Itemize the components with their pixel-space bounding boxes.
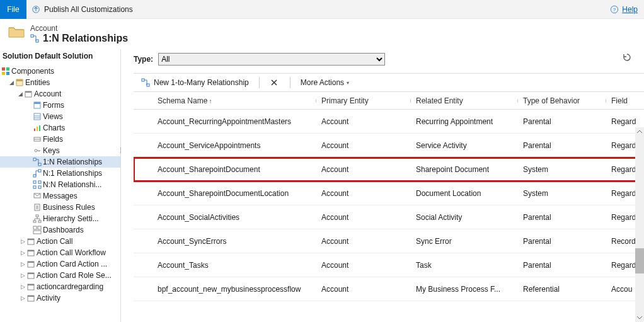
entity-icon (26, 248, 35, 257)
tree-node-sibling[interactable]: ▷actioncardregarding (0, 281, 120, 292)
cell-primary: Account (316, 165, 411, 174)
cell-primary: Account (316, 117, 411, 126)
cell-field: Regard (606, 117, 644, 126)
relationship-icon (141, 78, 150, 87)
table-row[interactable]: Account_SharepointDocumentLocationAccoun… (134, 181, 644, 205)
node-icon (33, 192, 42, 200)
table-row[interactable]: Account_RecurringAppointmentMastersAccou… (134, 110, 644, 134)
tree-node-account[interactable]: ◢ Account (0, 88, 120, 100)
svg-point-20 (35, 149, 37, 152)
svg-rect-31 (36, 215, 38, 217)
node-icon (33, 101, 42, 110)
tree-node-child[interactable]: N:1 Relationships (0, 168, 120, 179)
expand-icon[interactable]: ▷ (19, 238, 26, 244)
expand-icon[interactable]: ▷ (19, 272, 26, 279)
page-title: 1:N Relationships (30, 33, 128, 44)
cell-primary: Account (316, 141, 411, 150)
tree-node-sibling[interactable]: ▷Action Call Workflow (0, 247, 120, 258)
tree-node-sibling[interactable]: ▷Activity (0, 292, 120, 304)
collapse-icon[interactable]: ◢ (16, 91, 24, 97)
node-icon (33, 180, 42, 189)
tree-node-sibling[interactable]: ▷Action Card Action ... (0, 258, 120, 270)
tree-label: Views (43, 112, 63, 121)
table-row[interactable]: Account_SocialActivitiesAccountSocial Ac… (134, 205, 644, 229)
tree-node-entities[interactable]: ◢ Entities (0, 77, 120, 88)
tree-label: Business Rules (43, 203, 95, 212)
tree-node-child[interactable]: Business Rules (0, 202, 120, 213)
collapse-icon[interactable]: ◢ (8, 79, 15, 86)
tree-node-sibling[interactable]: ▷Action Card Role Se... (0, 270, 120, 281)
help-link[interactable]: ? Help (610, 5, 638, 14)
svg-rect-21 (33, 158, 36, 161)
table-row[interactable]: Account_SharepointDocumentAccountSharepo… (134, 158, 644, 181)
type-select[interactable]: All (158, 53, 385, 66)
cell-behavior: Parental (518, 141, 606, 150)
grid-toolbar: New 1-to-Many Relationship More Actions … (134, 73, 644, 92)
col-schema[interactable]: Schema Name↑ (152, 96, 316, 105)
tree-node-child[interactable]: Views (0, 111, 120, 122)
svg-rect-27 (33, 186, 36, 188)
scrollbar-track[interactable] (635, 127, 644, 322)
tree-label: 1:N Relationships (43, 158, 102, 166)
file-menu-button[interactable]: File (0, 0, 26, 19)
cell-related: Document Location (411, 189, 518, 198)
cell-primary: Account (316, 189, 411, 198)
svg-rect-22 (38, 163, 41, 166)
svg-rect-6 (6, 67, 9, 71)
svg-rect-4 (36, 40, 38, 42)
grid-body: Account_RecurringAppointmentMastersAccou… (134, 110, 644, 322)
table-row[interactable]: Account_SyncErrorsAccountSync ErrorParen… (134, 229, 644, 253)
tree-label: Components (11, 67, 54, 76)
delete-button[interactable] (266, 77, 284, 88)
cell-related: My Business Process F... (411, 285, 518, 294)
tree-node-child[interactable]: Forms (0, 100, 120, 111)
col-related[interactable]: Related Entity (411, 96, 518, 105)
tree-node-components[interactable]: Components (0, 66, 120, 77)
tree-node-child[interactable]: Keys (0, 145, 120, 156)
tree-node-child[interactable]: Charts (0, 122, 120, 134)
cell-behavior: Parental (518, 237, 606, 246)
tree-node-child[interactable]: Messages (0, 190, 120, 202)
svg-rect-48 (28, 296, 34, 297)
tree-node-child[interactable]: N:N Relationshi... (0, 179, 120, 190)
svg-rect-10 (16, 79, 23, 81)
publish-icon (32, 5, 40, 14)
expand-icon[interactable]: ▷ (19, 250, 26, 256)
cell-schema: bpf_account_new_mybusinessprocessflow (152, 285, 316, 294)
splitter-handle[interactable] (118, 144, 122, 156)
svg-rect-26 (38, 181, 41, 183)
refresh-icon[interactable] (623, 53, 631, 62)
col-field[interactable]: Field (606, 96, 644, 105)
node-icon (33, 169, 42, 178)
tree-node-sibling[interactable]: ▷Action Call (0, 236, 120, 247)
table-row[interactable]: Account_TasksAccountTaskParentalRegard (134, 253, 644, 277)
svg-rect-38 (28, 239, 34, 240)
publish-label: Publish All Customizations (44, 5, 133, 14)
tree-node-child[interactable]: Fields (0, 134, 120, 145)
cell-behavior: Parental (518, 261, 606, 270)
scrollbar-thumb[interactable] (635, 248, 644, 273)
component-tree: Components ◢ Entities ◢ Account FormsVie… (0, 63, 120, 306)
tree-node-child[interactable]: 1:N Relationships (0, 156, 120, 168)
table-row[interactable]: bpf_account_new_mybusinessprocessflowAcc… (134, 277, 644, 301)
entity-icon (26, 294, 35, 302)
scroll-up-icon[interactable] (636, 128, 643, 135)
top-toolbar: File Publish All Customizations ? Help (0, 0, 644, 19)
expand-icon[interactable]: ▷ (19, 284, 26, 290)
table-row[interactable]: Account_ServiceAppointmentsAccountServic… (134, 134, 644, 158)
expand-icon[interactable]: ▷ (19, 295, 26, 301)
expand-icon[interactable]: ▷ (19, 261, 26, 267)
col-behavior[interactable]: Type of Behavior (518, 96, 606, 105)
cell-behavior: Referential (518, 285, 606, 294)
svg-rect-32 (33, 221, 36, 222)
scroll-down-icon[interactable] (636, 314, 643, 321)
publish-all-button[interactable]: Publish All Customizations (26, 0, 138, 19)
new-relationship-button[interactable]: New 1-to-Many Relationship (137, 77, 253, 88)
cell-schema: Account_SocialActivities (152, 213, 316, 222)
tree-node-child[interactable]: Dashboards (0, 224, 120, 236)
tree-label: actioncardregarding (37, 282, 103, 291)
more-actions-button[interactable]: More Actions ▾ (297, 77, 353, 88)
toolbar-separator (290, 77, 290, 88)
tree-node-child[interactable]: Hierarchy Setti... (0, 213, 120, 224)
col-primary[interactable]: Primary Entity (316, 96, 411, 105)
